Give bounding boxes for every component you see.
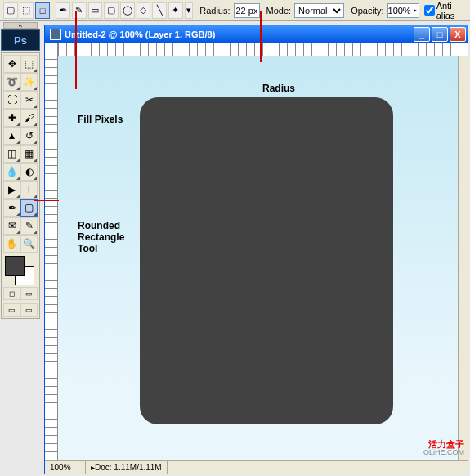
- history-brush-icon[interactable]: ↺: [20, 127, 38, 145]
- heal-tool-icon[interactable]: ✚: [3, 109, 20, 127]
- shape-options-dropdown-icon[interactable]: ▾: [185, 2, 194, 19]
- fg-color-swatch[interactable]: [5, 256, 25, 276]
- shape-layer-icon[interactable]: ▢: [3, 2, 18, 19]
- hand-tool-icon[interactable]: ✋: [3, 235, 20, 253]
- status-doc-text: Doc: 1.11M/1.11M: [95, 463, 162, 472]
- move-tool-icon[interactable]: ✥: [3, 55, 20, 73]
- mode-label: Mode:: [266, 6, 292, 16]
- radius-label: Radius:: [199, 6, 230, 16]
- document-body: Fill Pixels Radius Rounded Rectangle Too…: [45, 43, 468, 460]
- rounded-rect-shape: [140, 97, 393, 424]
- freeform-pen-icon[interactable]: ✎: [72, 2, 87, 19]
- zoom-tool-icon[interactable]: 🔍: [20, 235, 38, 253]
- vertical-ruler[interactable]: [45, 56, 58, 460]
- arrow-rrect-tool: [34, 200, 59, 201]
- canvas[interactable]: Fill Pixels Radius Rounded Rectangle Too…: [58, 56, 458, 460]
- eraser-tool-icon[interactable]: ◫: [3, 145, 20, 163]
- polygon-shape-icon[interactable]: ◇: [137, 2, 151, 19]
- mode-select[interactable]: Normal: [294, 3, 344, 18]
- crop-tool-icon[interactable]: ⛶: [3, 91, 20, 109]
- expand-strip-icon[interactable]: ‹‹: [3, 22, 38, 29]
- ruler-corner: [45, 43, 58, 56]
- type-tool-icon[interactable]: T: [20, 181, 38, 199]
- fill-pixels-icon[interactable]: □: [35, 2, 50, 19]
- watermark-en: OLiHE.COM: [423, 449, 464, 457]
- window-icon: [50, 29, 61, 40]
- ellipse-shape-icon[interactable]: ◯: [120, 2, 135, 19]
- marquee-tool-icon[interactable]: ⬚: [20, 55, 38, 73]
- notes-tool-icon[interactable]: ✉: [3, 217, 20, 235]
- pen-tool-icon[interactable]: ✒: [3, 199, 20, 217]
- left-column: Ps ✥⬚ ➰✨ ⛶✂ ✚🖌 ▲↺ ◫▦ 💧◐ ▶T ✒▢ ✉✎ ✋🔍 ◻ ▭ …: [0, 29, 41, 476]
- eyedropper-tool-icon[interactable]: ✎: [20, 217, 38, 235]
- pen-icon[interactable]: ✒: [56, 2, 70, 19]
- rectangle-shape-icon[interactable]: ▭: [88, 2, 103, 19]
- rounded-rect-shape-icon[interactable]: ▢: [104, 2, 119, 19]
- antialias-checkbox[interactable]: [424, 5, 435, 16]
- quickmask-icon[interactable]: ◻: [3, 287, 20, 300]
- screenmode-3-icon[interactable]: ▭: [20, 303, 38, 317]
- slice-tool-icon[interactable]: ✂: [20, 91, 38, 109]
- status-doc-size[interactable]: ▸ Doc: 1.11M/1.11M: [86, 461, 168, 474]
- arrow-fill-pixels: [75, 11, 77, 89]
- maximize-button[interactable]: □: [432, 27, 448, 42]
- rounded-rectangle-tool-icon[interactable]: ▢: [20, 199, 38, 217]
- window-title: Untitled-2 @ 100% (Layer 1, RGB/8): [65, 29, 412, 39]
- path-mode-icon[interactable]: ⬚: [20, 2, 34, 19]
- dodge-tool-icon[interactable]: ◐: [20, 163, 38, 181]
- radius-input[interactable]: [234, 3, 260, 18]
- path-select-icon[interactable]: ▶: [3, 181, 20, 199]
- stamp-tool-icon[interactable]: ▲: [3, 127, 20, 145]
- gradient-tool-icon[interactable]: ▦: [20, 145, 38, 163]
- opacity-input[interactable]: 100%: [387, 3, 419, 18]
- color-swatches[interactable]: [3, 256, 38, 284]
- arrow-radius: [260, 11, 262, 62]
- line-shape-icon[interactable]: ╲: [152, 2, 167, 19]
- document-window: Untitled-2 @ 100% (Layer 1, RGB/8) _ □ X…: [44, 25, 468, 474]
- vertical-scrollbar[interactable]: [458, 56, 468, 460]
- annotation-fill-pixels: Fill Pixels: [78, 114, 123, 125]
- blur-tool-icon[interactable]: 💧: [3, 163, 20, 181]
- close-button[interactable]: X: [450, 27, 466, 42]
- antialias-label: Anti-alias: [436, 1, 467, 20]
- minimize-button[interactable]: _: [414, 27, 430, 42]
- options-bar: ▢ ⬚ □ ✒ ✎ ▭ ▢ ◯ ◇ ╲ ✦ ▾ Radius: Mode: No…: [0, 0, 470, 21]
- status-bar: 100% ▸ Doc: 1.11M/1.11M: [45, 460, 468, 474]
- watermark: 活力盒子 OLiHE.COM: [423, 439, 464, 457]
- titlebar[interactable]: Untitled-2 @ 100% (Layer 1, RGB/8) _ □ X: [45, 25, 468, 43]
- brush-tool-icon[interactable]: 🖌: [20, 109, 38, 127]
- annotation-rrect-tool: Rounded Rectangle Tool: [78, 220, 135, 254]
- wand-tool-icon[interactable]: ✨: [20, 73, 38, 91]
- annotation-radius: Radius: [262, 83, 295, 94]
- opacity-label: Opacity:: [351, 6, 383, 16]
- screenmode-icon[interactable]: ▭: [20, 287, 38, 300]
- custom-shape-icon[interactable]: ✦: [168, 2, 183, 19]
- app-logo: Ps: [1, 29, 40, 51]
- horizontal-ruler[interactable]: [58, 43, 458, 56]
- screenmode-2-icon[interactable]: ▭: [3, 303, 20, 317]
- status-zoom[interactable]: 100%: [45, 461, 86, 474]
- lasso-tool-icon[interactable]: ➰: [3, 73, 20, 91]
- toolbox: ✥⬚ ➰✨ ⛶✂ ✚🖌 ▲↺ ◫▦ 💧◐ ▶T ✒▢ ✉✎ ✋🔍 ◻ ▭ ▭ ▭: [1, 52, 40, 319]
